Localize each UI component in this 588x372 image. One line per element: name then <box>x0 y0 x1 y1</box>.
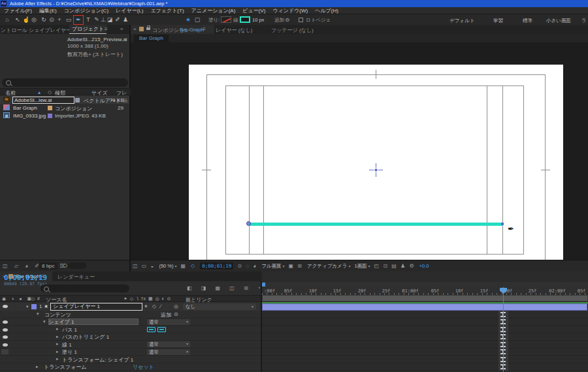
footage-name-edit-field[interactable]: AdobeSt...iew.ai <box>12 97 74 104</box>
grid-options-icon[interactable]: ▦ <box>181 263 188 269</box>
collapse-arrow-icon[interactable]: ▸ <box>36 364 39 369</box>
label-color-swatch[interactable] <box>48 106 52 110</box>
expand-arrow-icon[interactable]: ▾ <box>26 304 29 309</box>
puppet-pin-tool-icon[interactable]: ♟ <box>122 16 129 24</box>
eye-icon[interactable] <box>3 328 8 332</box>
eye-off-cell[interactable] <box>1 349 8 354</box>
fill-1-row[interactable]: ▸ 塗り 1 通常▾ <box>0 349 261 356</box>
menu-edit[interactable]: 編集(E) <box>39 7 57 14</box>
exposure-value[interactable]: +0.0 <box>419 263 429 269</box>
create-shape-icon[interactable]: ★ <box>184 16 192 24</box>
work-area-bar[interactable] <box>262 295 588 302</box>
layer-duration-bar[interactable] <box>262 303 587 311</box>
layer-row-shape-layer-1[interactable]: ▾ 1 ★ シェイプレイヤー 1 ✦ ◇ ∕ ◎ なし▾ <box>0 302 261 311</box>
roi-transparency-icons[interactable]: ▣ ⊞ <box>289 263 303 269</box>
path-end-vertex[interactable] <box>501 223 504 225</box>
reset-link[interactable]: リセット <box>133 364 154 371</box>
time-ruler[interactable]: :00f 05f 10f 15f 20f 25f 01:00f 05f 10f … <box>262 287 588 295</box>
workspace-learn[interactable]: 学習 <box>493 18 503 24</box>
composition-viewer[interactable]: ✒ <box>131 42 588 260</box>
add-button-icon[interactable]: ⊙ <box>286 17 289 23</box>
menu-animation[interactable]: アニメーション(A) <box>191 7 236 14</box>
hand-tool-icon[interactable]: ☝ <box>22 16 30 24</box>
tab-render-queue[interactable]: レンダーキュー <box>57 273 95 281</box>
tab-footage-none[interactable]: フッテージ (なし) <box>271 27 314 34</box>
home-icon[interactable]: ⌂ <box>3 16 11 24</box>
menu-effect[interactable]: エフェクト(T) <box>150 7 184 14</box>
path-direction-icon[interactable] <box>147 327 155 332</box>
project-search-input[interactable] <box>2 78 128 87</box>
eye-icon[interactable] <box>3 343 8 347</box>
eraser-tool-icon[interactable]: ◪ <box>106 16 114 24</box>
tab-project[interactable]: プロジェクト <box>69 25 106 34</box>
viewer-timecode[interactable]: 0;00;01;19 <box>200 262 233 270</box>
subtab-bar-graph[interactable]: Bar Graph <box>134 35 169 42</box>
camera-tool-icon[interactable]: ⊙ <box>48 16 56 24</box>
parent-link-dropdown[interactable]: なし▾ <box>183 303 256 310</box>
layer-switches-icons[interactable]: ✦ ◇ ∕ <box>144 303 163 309</box>
menu-layer[interactable]: レイヤー(L) <box>116 7 143 14</box>
group-contents-row[interactable]: ▾ コンテンツ 追加 ⊙ <box>0 311 261 318</box>
path-direction-icon[interactable] <box>157 327 166 332</box>
footage-name-chevron-icon[interactable]: ▾ <box>124 37 126 41</box>
add-property-button[interactable]: ⊙ <box>174 311 178 317</box>
timeline-search-input[interactable] <box>41 285 129 292</box>
table-row[interactable]: Ai AdobeSt...iew.ai ベクトルアート 71 KB 品 <box>0 96 129 104</box>
close-icon[interactable]: × <box>133 26 137 32</box>
collapse-arrow-icon[interactable]: ▸ <box>56 326 59 332</box>
collapse-arrow-icon[interactable]: ▸ <box>56 341 59 347</box>
table-row[interactable]: ▦ IMG_0933.jpg Importer.JPEG 43 KB <box>0 112 129 119</box>
collapse-arrow-icon[interactable]: ▸ <box>56 356 59 362</box>
composition-panel-menu-icon[interactable]: ≡ <box>203 26 206 32</box>
menu-composition[interactable]: コンポジション(C) <box>64 7 108 14</box>
magnification-dropdown[interactable]: (50 %)▾ <box>159 263 176 269</box>
transform-shape-1-row[interactable]: ▸ トランスフォーム: シェイプ 1 <box>0 356 261 364</box>
collapse-arrow-icon[interactable]: ▸ <box>56 334 59 339</box>
resolution-dropdown[interactable]: フル画質▾ <box>261 263 284 270</box>
rotobezier-checkbox[interactable] <box>299 18 303 22</box>
layer-name-edit-field[interactable]: シェイプレイヤー 1 <box>50 303 142 311</box>
type-tool-icon[interactable]: T <box>84 16 92 24</box>
project-panel-menu-icon[interactable]: ≡ <box>105 26 108 32</box>
trash-icon[interactable]: ⌦ <box>60 263 67 269</box>
expand-arrow-icon[interactable]: ▾ <box>43 319 46 324</box>
menu-file[interactable]: ファイル(F) <box>4 7 32 14</box>
stroke-swatch[interactable] <box>240 16 250 23</box>
workspace-standard[interactable]: 標準 <box>523 18 532 24</box>
zoom-tool-icon[interactable]: ◎ <box>30 16 38 24</box>
blend-mode-dropdown[interactable]: 通常▾ <box>147 319 190 325</box>
selection-tool-icon[interactable]: ↖ <box>14 16 22 24</box>
layer-transform-row[interactable]: ▸ トランスフォーム リセット <box>0 364 261 371</box>
active-camera-dropdown[interactable]: アクティブカメラ▾ <box>307 263 350 270</box>
rectangle-tool-icon[interactable]: ▭ <box>65 16 73 24</box>
pan-behind-tool-icon[interactable]: + <box>56 16 63 24</box>
stroke-1-row[interactable]: ▸ 線 1 通常▾ <box>0 341 261 349</box>
expand-arrow-icon[interactable]: ▾ <box>37 311 39 317</box>
rotation-tool-icon[interactable]: ↻ <box>40 16 48 24</box>
menu-help[interactable]: ヘルプ(H) <box>315 7 338 14</box>
create-mask-icon[interactable]: ▢ <box>193 16 201 24</box>
fill-swatch[interactable] <box>221 16 231 23</box>
stroke-width-value[interactable]: 10 px <box>252 17 264 23</box>
tab-layer-none[interactable]: レイヤー (なし) <box>216 27 253 34</box>
current-time-indicator-line[interactable] <box>503 287 504 372</box>
eye-icon[interactable] <box>3 320 8 324</box>
snapshot-icons[interactable]: ⊙ ◌ ◕ <box>237 263 257 269</box>
path-start-vertex[interactable] <box>246 221 251 226</box>
parent-pickwhip-icon[interactable]: ◎ <box>174 303 178 309</box>
label-color-swatch[interactable] <box>75 98 80 102</box>
timeline-view-toggle-icons[interactable]: ◧ ◨ ▦ ◫ ⊞ ◔ <box>187 285 265 291</box>
workspace-default[interactable]: デフォルト <box>449 18 474 24</box>
project-footer-icons[interactable]: ◫ ▱ ◕ ✐ <box>3 263 42 269</box>
navigator-start-handle[interactable] <box>262 283 265 287</box>
shape-1-row[interactable]: ▾ シェイプ 1 通常▾ <box>0 318 261 326</box>
workspace-small-screen[interactable]: 小さい画面 <box>546 18 571 24</box>
label-column-icon[interactable]: ◇ <box>48 89 52 95</box>
eye-icon[interactable] <box>3 305 8 308</box>
blend-mode-dropdown[interactable]: 通常▾ <box>147 349 190 355</box>
tab-composition-bar-graph[interactable]: × コンポジション Bar Graph ≡ <box>131 25 214 34</box>
eye-icon[interactable] <box>3 335 8 339</box>
project-panel-more-icon[interactable]: » <box>120 26 123 32</box>
roto-brush-tool-icon[interactable]: ✐ <box>114 16 122 24</box>
layer-label-color[interactable] <box>31 304 37 309</box>
